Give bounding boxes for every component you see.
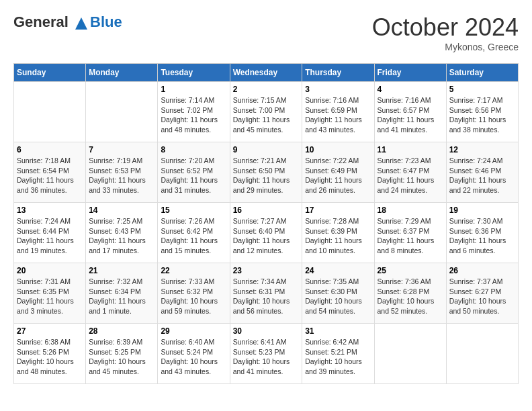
- day-info: Sunrise: 7:31 AM Sunset: 6:35 PM Dayligh…: [17, 277, 83, 316]
- day-number: 1: [161, 85, 226, 94]
- calendar-cell: 9Sunrise: 7:21 AM Sunset: 6:50 PM Daylig…: [230, 142, 302, 203]
- calendar-cell: 3Sunrise: 7:16 AM Sunset: 6:59 PM Daylig…: [302, 82, 374, 142]
- calendar-cell: 18Sunrise: 7:29 AM Sunset: 6:37 PM Dayli…: [374, 203, 446, 263]
- day-number: 17: [305, 205, 371, 215]
- calendar-cell: 7Sunrise: 7:19 AM Sunset: 6:53 PM Daylig…: [86, 142, 158, 203]
- calendar-cell: 30Sunrise: 6:41 AM Sunset: 5:23 PM Dayli…: [230, 324, 302, 384]
- logo-blue: Blue: [90, 13, 122, 31]
- calendar-cell: 24Sunrise: 7:35 AM Sunset: 6:30 PM Dayli…: [302, 263, 374, 324]
- day-number: 8: [161, 145, 226, 154]
- calendar-cell: 21Sunrise: 7:32 AM Sunset: 6:34 PM Dayli…: [86, 263, 158, 324]
- col-header-thursday: Thursday: [302, 64, 374, 82]
- title-area: October 2024 Mykonos, Greece: [372, 13, 519, 52]
- col-header-wednesday: Wednesday: [230, 64, 302, 82]
- calendar-cell: [374, 324, 446, 384]
- day-info: Sunrise: 7:29 AM Sunset: 6:37 PM Dayligh…: [378, 216, 443, 256]
- calendar-cell: 1Sunrise: 7:14 AM Sunset: 7:02 PM Daylig…: [158, 82, 230, 142]
- day-number: 11: [378, 145, 443, 154]
- day-info: Sunrise: 7:27 AM Sunset: 6:40 PM Dayligh…: [233, 216, 300, 256]
- calendar-cell: 11Sunrise: 7:23 AM Sunset: 6:47 PM Dayli…: [374, 142, 446, 203]
- day-info: Sunrise: 7:33 AM Sunset: 6:32 PM Dayligh…: [161, 277, 226, 316]
- day-info: Sunrise: 7:21 AM Sunset: 6:50 PM Dayligh…: [233, 156, 300, 195]
- location: Mykonos, Greece: [372, 42, 519, 52]
- day-number: 9: [233, 145, 300, 154]
- day-info: Sunrise: 7:18 AM Sunset: 6:54 PM Dayligh…: [17, 156, 83, 195]
- day-number: 2: [233, 85, 300, 94]
- page-header: General Blue October 2024 Mykonos, Greec…: [13, 13, 519, 52]
- day-info: Sunrise: 7:35 AM Sunset: 6:30 PM Dayligh…: [305, 277, 371, 316]
- day-number: 19: [449, 205, 515, 215]
- calendar-cell: 23Sunrise: 7:34 AM Sunset: 6:31 PM Dayli…: [230, 263, 302, 324]
- calendar-cell: [86, 82, 158, 142]
- col-header-sunday: Sunday: [14, 64, 86, 82]
- day-number: 12: [449, 145, 515, 154]
- calendar-cell: 2Sunrise: 7:15 AM Sunset: 7:00 PM Daylig…: [230, 82, 302, 142]
- calendar-cell: 22Sunrise: 7:33 AM Sunset: 6:32 PM Dayli…: [158, 263, 230, 324]
- calendar-header: SundayMondayTuesdayWednesdayThursdayFrid…: [14, 64, 519, 82]
- day-info: Sunrise: 7:24 AM Sunset: 6:46 PM Dayligh…: [449, 156, 515, 195]
- day-number: 23: [233, 266, 300, 275]
- day-info: Sunrise: 7:17 AM Sunset: 6:56 PM Dayligh…: [449, 95, 515, 135]
- calendar-cell: 26Sunrise: 7:37 AM Sunset: 6:27 PM Dayli…: [446, 263, 518, 324]
- calendar-cell: 29Sunrise: 6:40 AM Sunset: 5:24 PM Dayli…: [158, 324, 230, 384]
- col-header-saturday: Saturday: [446, 64, 518, 82]
- week-row-2: 6Sunrise: 7:18 AM Sunset: 6:54 PM Daylig…: [14, 142, 519, 203]
- day-info: Sunrise: 6:39 AM Sunset: 5:25 PM Dayligh…: [89, 337, 154, 377]
- week-row-1: 1Sunrise: 7:14 AM Sunset: 7:02 PM Daylig…: [14, 82, 519, 142]
- day-number: 31: [305, 326, 371, 336]
- svg-marker-0: [75, 17, 87, 30]
- calendar-cell: 6Sunrise: 7:18 AM Sunset: 6:54 PM Daylig…: [14, 142, 86, 203]
- calendar-cell: 12Sunrise: 7:24 AM Sunset: 6:46 PM Dayli…: [446, 142, 518, 203]
- header-row: SundayMondayTuesdayWednesdayThursdayFrid…: [14, 64, 519, 82]
- day-info: Sunrise: 7:20 AM Sunset: 6:52 PM Dayligh…: [161, 156, 226, 195]
- day-number: 10: [305, 145, 371, 154]
- day-info: Sunrise: 7:14 AM Sunset: 7:02 PM Dayligh…: [161, 95, 226, 135]
- day-number: 5: [449, 85, 515, 94]
- day-number: 15: [161, 205, 226, 215]
- day-number: 18: [378, 205, 443, 215]
- logo: General Blue: [13, 13, 122, 31]
- calendar-cell: 8Sunrise: 7:20 AM Sunset: 6:52 PM Daylig…: [158, 142, 230, 203]
- calendar-cell: 14Sunrise: 7:25 AM Sunset: 6:43 PM Dayli…: [86, 203, 158, 263]
- calendar-cell: 28Sunrise: 6:39 AM Sunset: 5:25 PM Dayli…: [86, 324, 158, 384]
- day-number: 25: [378, 266, 443, 275]
- calendar-cell: 13Sunrise: 7:24 AM Sunset: 6:44 PM Dayli…: [14, 203, 86, 263]
- logo-icon: [74, 16, 89, 31]
- day-number: 26: [449, 266, 515, 275]
- day-info: Sunrise: 7:24 AM Sunset: 6:44 PM Dayligh…: [17, 216, 83, 256]
- col-header-monday: Monday: [86, 64, 158, 82]
- day-number: 21: [89, 266, 154, 275]
- calendar-cell: 4Sunrise: 7:16 AM Sunset: 6:57 PM Daylig…: [374, 82, 446, 142]
- day-info: Sunrise: 7:32 AM Sunset: 6:34 PM Dayligh…: [89, 277, 154, 316]
- calendar-cell: 16Sunrise: 7:27 AM Sunset: 6:40 PM Dayli…: [230, 203, 302, 263]
- day-info: Sunrise: 7:34 AM Sunset: 6:31 PM Dayligh…: [233, 277, 300, 316]
- calendar-cell: [446, 324, 518, 384]
- day-number: 13: [17, 205, 83, 215]
- month-title: October 2024: [372, 13, 519, 42]
- calendar-cell: 5Sunrise: 7:17 AM Sunset: 6:56 PM Daylig…: [446, 82, 518, 142]
- day-info: Sunrise: 7:25 AM Sunset: 6:43 PM Dayligh…: [89, 216, 154, 256]
- week-row-5: 27Sunrise: 6:38 AM Sunset: 5:26 PM Dayli…: [14, 324, 519, 384]
- day-number: 3: [305, 85, 371, 94]
- day-info: Sunrise: 7:22 AM Sunset: 6:49 PM Dayligh…: [305, 156, 371, 195]
- day-number: 22: [161, 266, 226, 275]
- calendar-cell: 25Sunrise: 7:36 AM Sunset: 6:28 PM Dayli…: [374, 263, 446, 324]
- calendar-table: SundayMondayTuesdayWednesdayThursdayFrid…: [13, 63, 519, 384]
- calendar-cell: 20Sunrise: 7:31 AM Sunset: 6:35 PM Dayli…: [14, 263, 86, 324]
- calendar-cell: [14, 82, 86, 142]
- calendar-cell: 10Sunrise: 7:22 AM Sunset: 6:49 PM Dayli…: [302, 142, 374, 203]
- day-number: 6: [17, 145, 83, 154]
- day-number: 27: [17, 326, 83, 336]
- day-info: Sunrise: 6:38 AM Sunset: 5:26 PM Dayligh…: [17, 337, 83, 377]
- day-info: Sunrise: 7:19 AM Sunset: 6:53 PM Dayligh…: [89, 156, 154, 195]
- day-number: 16: [233, 205, 300, 215]
- day-number: 28: [89, 326, 154, 336]
- day-info: Sunrise: 7:23 AM Sunset: 6:47 PM Dayligh…: [378, 156, 443, 195]
- day-number: 30: [233, 326, 300, 336]
- calendar-cell: 17Sunrise: 7:28 AM Sunset: 6:39 PM Dayli…: [302, 203, 374, 263]
- week-row-4: 20Sunrise: 7:31 AM Sunset: 6:35 PM Dayli…: [14, 263, 519, 324]
- calendar-cell: 27Sunrise: 6:38 AM Sunset: 5:26 PM Dayli…: [14, 324, 86, 384]
- day-info: Sunrise: 7:30 AM Sunset: 6:36 PM Dayligh…: [449, 216, 515, 256]
- day-number: 29: [161, 326, 226, 336]
- calendar-cell: 15Sunrise: 7:26 AM Sunset: 6:42 PM Dayli…: [158, 203, 230, 263]
